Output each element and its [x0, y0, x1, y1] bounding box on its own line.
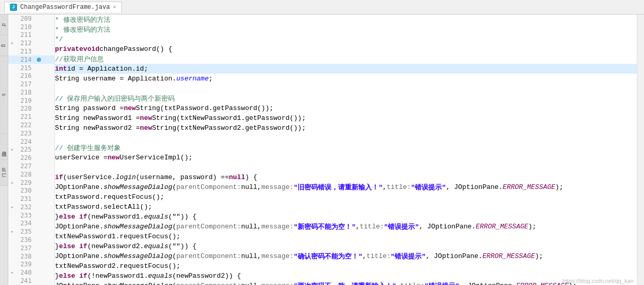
gutter-line-230: 230 — [8, 186, 54, 195]
token-plain: String newPassword2 = — [55, 124, 140, 132]
code-line-230: JOptionPane.showMessageDialog( parentCom… — [55, 222, 637, 232]
side-panel-item-g[interactable]: g — [0, 35, 8, 56]
line-number-234: 234 — [17, 220, 35, 227]
token-named-param: message: — [261, 223, 293, 230]
fold-indicator-225[interactable]: ▸ — [8, 146, 17, 153]
line-number-222: 222 — [17, 121, 35, 129]
token-str-zh: "错误提示" — [391, 252, 426, 261]
token-plain: null, — [241, 223, 261, 230]
token-str-zh: "确认密码不能为空！" — [293, 252, 362, 261]
token-method: equals — [144, 213, 169, 221]
tab-label: ChangePasswordFrame.java — [20, 4, 110, 11]
code-line-227: txtPassword.requestFocus(); — [55, 192, 637, 202]
code-line-216 — [55, 84, 637, 93]
gutter-line-234: 234 — [8, 220, 54, 228]
line-number-225: 225 — [17, 146, 35, 153]
side-panel-item-info[interactable]: 信息 — [0, 134, 8, 160]
gutter-line-240: ▸240 — [8, 268, 54, 277]
gutter-line-237: 237 — [8, 244, 54, 252]
close-tab-button[interactable]: × — [113, 4, 117, 10]
side-panel-item-d[interactable]: d — [0, 15, 8, 35]
fold-indicator-232[interactable]: ▸ — [8, 204, 17, 210]
editor-tab[interactable]: J ChangePasswordFrame.java × — [4, 2, 122, 12]
token-plain: String username = Application. — [55, 75, 176, 83]
code-line-232: } else if (newPassword2.equals("")) { — [55, 241, 637, 251]
fold-indicator-235[interactable]: ▸ — [8, 228, 17, 235]
token-plain: ( — [172, 223, 176, 230]
side-panel-item-al[interactable]: al Li — [0, 160, 8, 186]
token-cm: */ — [55, 35, 63, 43]
token-cm: //获取用户信息 — [55, 55, 104, 64]
line-number-228: 228 — [17, 171, 35, 178]
code-line-226: JOptionPane.showMessageDialog( parentCom… — [55, 182, 637, 192]
token-error-const: ERROR_MESSAGE — [482, 252, 535, 260]
gutter-line-227: 227 — [8, 162, 54, 170]
gutter-line-220: 220 — [8, 105, 54, 113]
token-error-const: ERROR_MESSAGE — [516, 282, 568, 285]
token-method: equals — [148, 272, 172, 280]
code-area: * 修改密码的方法 * 修改密码的方法 */ private void chan… — [55, 15, 637, 285]
token-str-zh: "错误提示" — [384, 222, 419, 232]
code-line-236: JOptionPane.showMessageDialog( parentCom… — [55, 281, 637, 285]
watermark: https://blog.csdn.net/qq_kan — [562, 278, 634, 284]
gutter-line-221: 221 — [8, 113, 54, 121]
line-number-220: 220 — [17, 105, 35, 112]
fold-indicator-212[interactable]: ▸ — [8, 40, 17, 46]
token-plain: UserServiceImpl(); — [120, 154, 192, 161]
line-number-232: 232 — [17, 203, 35, 211]
gutter-line-235: ▸235 — [8, 227, 54, 236]
code-line-228: txtPassword.selectAll(); — [55, 202, 637, 212]
gutter-line-241: 241 — [8, 277, 54, 285]
token-plain: ); — [555, 183, 564, 191]
token-plain: (userService. — [63, 173, 116, 181]
code-line-220: String newPassword2 = new String(txtNewP… — [55, 123, 637, 133]
token-plain: , JOptionPane. — [459, 282, 516, 285]
token-plain: String password = — [55, 104, 124, 112]
token-str-zh: "两次密码不一致，请重新输入！" — [293, 281, 396, 286]
gutter-line-209: 209 — [8, 15, 54, 23]
code-line-225: if (userService.login(username, password… — [55, 172, 637, 182]
token-kw: new — [140, 124, 152, 132]
line-number-224: 224 — [17, 138, 35, 145]
token-kw: else if — [59, 213, 88, 221]
token-kw: int — [55, 65, 67, 73]
gutter-line-231: 231 — [8, 195, 54, 203]
line-number-218: 218 — [17, 89, 35, 96]
gutter-line-224: 224 — [8, 138, 54, 146]
token-plain: , — [396, 282, 400, 285]
token-named-param: message: — [261, 252, 293, 260]
token-plain: null, — [241, 282, 261, 285]
token-named-param: title: — [387, 183, 411, 191]
line-number-217: 217 — [17, 80, 35, 88]
token-named-param: title: — [360, 223, 384, 230]
token-str-zh: "错误提示" — [425, 281, 460, 286]
line-number-239: 239 — [17, 261, 35, 268]
vertical-scrollbar[interactable] — [637, 15, 644, 285]
line-number-235: 235 — [17, 228, 35, 235]
token-plain: (!newPassword1. — [87, 272, 148, 280]
code-line-231: txtNewPassword1.requestFocus(); — [55, 232, 637, 241]
line-number-226: 226 — [17, 154, 35, 161]
token-plain: String(txtNewPassword1.getPassword()); — [152, 114, 305, 122]
side-panel-item-s[interactable]: s — [0, 56, 8, 134]
code-line-213: //获取用户信息 — [55, 54, 637, 64]
fold-indicator-240[interactable]: ▸ — [8, 269, 17, 276]
token-plain: ; — [208, 75, 213, 83]
token-plain: null, — [241, 252, 261, 260]
token-plain: , — [356, 223, 360, 230]
gutter-line-228: 228 — [8, 170, 54, 179]
fold-indicator-229[interactable]: ▸ — [8, 180, 17, 186]
gutter-line-213: 213 — [8, 47, 54, 56]
token-plain: , JOptionPane. — [426, 252, 482, 260]
token-cm: * 修改密码的方法 — [55, 15, 110, 24]
code-line-211: */ — [55, 34, 637, 44]
code-line-229: } else if (newPassword1.equals("")) { — [55, 212, 637, 222]
token-cm: * 修改密码的方法 — [55, 25, 110, 34]
line-numbers-gutter: 209210211▸212213214215216217218219220221… — [8, 15, 55, 285]
token-plain: null, — [241, 183, 261, 191]
token-named-param: parentComponent: — [176, 252, 241, 260]
line-number-221: 221 — [17, 113, 35, 120]
line-number-229: 229 — [17, 179, 35, 186]
token-plain: JOptionPane. — [55, 282, 104, 285]
token-plain: ( — [172, 252, 176, 260]
